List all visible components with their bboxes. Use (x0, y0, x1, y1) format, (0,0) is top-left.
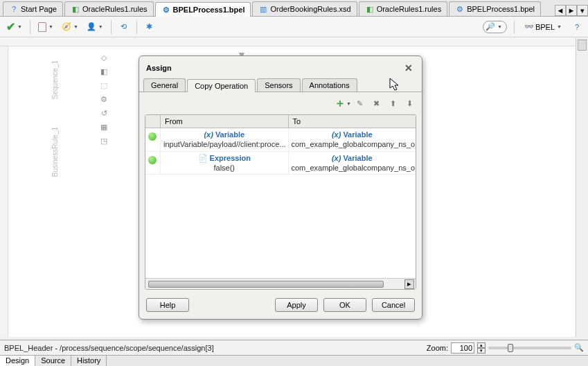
column-to[interactable]: To (289, 115, 416, 128)
chevron-down-icon: ▼ (497, 24, 502, 29)
column-from[interactable]: From (161, 115, 289, 128)
close-button[interactable]: ✕ (402, 62, 415, 74)
delete-button[interactable]: ✖ (369, 96, 383, 110)
tab-list[interactable]: ▾ (577, 5, 588, 16)
help-button[interactable]: Help (146, 298, 189, 312)
table-row[interactable]: 📄 Expression false() (x) Variable com_ex… (145, 152, 416, 175)
check-icon: ✔ (6, 20, 15, 33)
separator (136, 20, 137, 34)
table-row[interactable]: (x) Variable inputVariable/payload//clie… (145, 128, 416, 152)
activity-icon[interactable]: ◇ (98, 52, 109, 63)
tab-label: OracleRules1.rules (82, 5, 148, 13)
bookmark-button[interactable]: ▼ (36, 21, 55, 33)
to-type: Variable (343, 130, 372, 139)
variables-button[interactable]: ✱ (143, 21, 157, 33)
zoom-input[interactable] (451, 342, 474, 354)
zoom-up-button[interactable]: ▴ (477, 342, 485, 348)
variable-icon: (x) (204, 130, 213, 139)
editor-toolbar: ✔▼ ▼ 🧭▼ 👤▼ ⟲ ✱ 🔎 ▼ 👓 BPEL ▼ ? (0, 17, 588, 37)
bookmark-icon (38, 22, 46, 32)
tab-nav-next[interactable]: ► (566, 5, 577, 16)
tab-oracle-rules-1b[interactable]: ◧ OracleRules1.rules (359, 1, 448, 16)
tab-copy-operation[interactable]: Copy Operation (187, 79, 256, 92)
zoom-slider[interactable] (488, 347, 571, 349)
activity-icon[interactable]: ⬚ (98, 80, 109, 91)
cancel-button[interactable]: Cancel (372, 298, 415, 312)
help-icon: ? (9, 4, 19, 14)
tab-order-booking-rules[interactable]: ▥ OrderBookingRules.xsd (252, 1, 357, 16)
status-bar: BPEL_Header - /process/sequence/scope/se… (0, 340, 588, 355)
activity-icon[interactable]: ◳ (98, 135, 109, 146)
businessrule-label: BusinessRule_1 (51, 127, 59, 177)
ruler-top (0, 38, 588, 46)
tab-sensors[interactable]: Sensors (257, 78, 300, 92)
tab-label: BPELProcess1.bpel (173, 6, 245, 14)
tab-design[interactable]: Design (0, 356, 35, 366)
tab-label: BPELProcess1.bpel (467, 5, 535, 13)
apply-button[interactable]: Apply (275, 298, 318, 312)
activity-icon[interactable]: ⚙ (98, 94, 109, 105)
assign-dialog: Assign ✕ General Copy Operation Sensors … (139, 55, 422, 320)
chevron-down-icon: ▼ (98, 24, 103, 29)
dialog-toolbar: ＋▼ ✎ ✖ ⬆ ⬇ (139, 92, 422, 114)
editor-bottom-tabs: Design Source History (0, 355, 588, 366)
separator (111, 20, 112, 34)
rules-icon: ◧ (71, 4, 80, 14)
help-button[interactable]: ? (570, 21, 584, 33)
move-up-button[interactable]: ⬆ (386, 96, 400, 110)
zoom-label: Zoom: (427, 344, 448, 352)
ok-button[interactable]: OK (323, 298, 366, 312)
edit-button[interactable]: ✎ (353, 96, 366, 110)
copy-operations-table: From To (x) Variable inputVariable/paylo… (145, 114, 416, 290)
activity-icon[interactable]: ◧ (98, 66, 109, 77)
view-mode-dropdown[interactable]: 👓 BPEL ▼ (522, 21, 564, 33)
activity-icon[interactable]: ↺ (98, 107, 109, 119)
separator (30, 20, 30, 34)
plus-icon: ＋ (335, 96, 346, 111)
rules-icon: ◧ (365, 4, 375, 14)
horizontal-scrollbar[interactable]: ▸ (145, 278, 416, 289)
filter-button[interactable]: 🧭▼ (60, 21, 80, 33)
bpel-icon: ⚙ (161, 5, 171, 15)
tab-annotations[interactable]: Annotations (302, 78, 357, 92)
chevron-down-icon: ▼ (557, 24, 562, 29)
status-ok-icon (148, 132, 157, 141)
from-value: false() (163, 163, 285, 173)
refresh-button[interactable]: ⟲ (117, 21, 131, 33)
search-field[interactable]: 🔎 ▼ (483, 21, 507, 33)
move-down-button[interactable]: ⬇ (402, 96, 416, 110)
binoculars-icon: 🔎 (485, 22, 495, 32)
scroll-right-button[interactable]: ▸ (404, 279, 414, 289)
user-button[interactable]: 👤▼ (84, 21, 105, 33)
tab-start-page[interactable]: ? Start Page (3, 1, 63, 16)
tab-source[interactable]: Source (35, 356, 71, 366)
zoom-fit-icon[interactable]: 🔍 (574, 343, 584, 353)
dialog-title: Assign (146, 64, 172, 72)
from-type: Variable (215, 130, 244, 139)
bpel-icon: ⚙ (455, 4, 465, 14)
tab-oracle-rules-1[interactable]: ◧ OracleRules1.rules (64, 1, 154, 16)
variable-icon: (x) (332, 130, 341, 139)
add-button[interactable]: ＋▼ (336, 96, 350, 110)
from-type: Expression (210, 153, 251, 163)
pencil-icon: ✎ (357, 99, 363, 108)
column-status[interactable] (145, 115, 161, 128)
tab-general[interactable]: General (143, 78, 186, 92)
tab-history[interactable]: History (71, 356, 107, 366)
separator (514, 20, 515, 34)
tab-nav-prev[interactable]: ◄ (555, 5, 566, 16)
to-value: com_example_globalcompany_ns_o (292, 163, 413, 173)
chevron-down-icon: ▼ (73, 24, 78, 29)
compass-icon: 🧭 (62, 22, 71, 32)
zoom-down-button[interactable]: ▾ (477, 348, 485, 354)
chevron-down-icon: ▼ (48, 24, 53, 29)
validate-button[interactable]: ✔▼ (4, 19, 24, 35)
tab-bpel-process-1[interactable]: ⚙ BPELProcess1.bpel (155, 2, 251, 17)
expression-icon: 📄 (198, 153, 208, 163)
arrow-up-icon: ⬆ (390, 99, 396, 108)
vertical-scrollbar[interactable] (576, 38, 588, 337)
tab-label: Start Page (21, 5, 57, 13)
tab-bpel-process-1b[interactable]: ⚙ BPELProcess1.bpel (449, 1, 541, 16)
activity-icon[interactable]: ▦ (98, 121, 109, 132)
from-value: inputVariable/payload//client:proce... (163, 139, 285, 149)
